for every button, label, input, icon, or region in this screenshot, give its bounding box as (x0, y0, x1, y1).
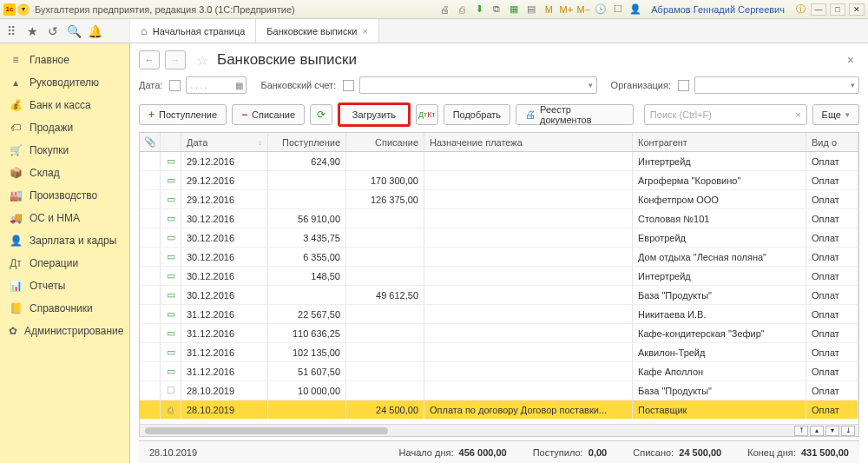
tab-home[interactable]: ⌂ Начальная страница (130, 19, 256, 43)
pick-button[interactable]: Подобрать (444, 104, 510, 125)
window-list-icon[interactable]: ☐ (611, 3, 625, 17)
refresh-button[interactable]: ⟳ (310, 104, 332, 125)
sidebar-item-label: Покупки (30, 144, 69, 156)
sidebar-item-8[interactable]: 👤Зарплата и кадры (0, 229, 129, 252)
close-page-icon[interactable]: × (847, 53, 854, 67)
table-row[interactable]: ▭31.12.201651 607,50Кафе АполлонОплат (140, 362, 858, 381)
sidebar-item-5[interactable]: 📦Склад (0, 162, 129, 184)
doc-status-icon: ▭ (161, 267, 181, 285)
star-icon[interactable]: ☆ (196, 52, 208, 69)
content: ← → ☆ Банковские выписки × Дата: . . . .… (130, 43, 868, 463)
table-row[interactable]: ☐28.10.201910 000,00База "Продукты"Оплат (140, 381, 858, 400)
scroll-top-button[interactable]: ⤒ (794, 426, 808, 436)
table-row[interactable]: ▭29.12.2016624,90ИнтертрейдОплат (140, 152, 858, 171)
table-row[interactable]: ▭29.12.2016126 375,00Конфетпром ООООплат (140, 190, 858, 209)
table-row[interactable]: ▭31.12.2016110 636,25Кафе-кондитерская "… (140, 324, 858, 343)
table-row[interactable]: ▭30.12.201656 910,00Столовая №101Оплат (140, 209, 858, 228)
writeoff-button[interactable]: − Списание (232, 104, 305, 125)
grid-body[interactable]: ▭29.12.2016624,90ИнтертрейдОплат▭29.12.2… (140, 152, 858, 424)
history-icon[interactable]: ↺ (45, 23, 61, 39)
sidebar-item-11[interactable]: 📒Справочники (0, 297, 129, 320)
mminus-button[interactable]: M− (576, 3, 590, 17)
cell-contragent: Интертрейд (633, 267, 806, 285)
account-filter-combo[interactable] (359, 76, 596, 94)
table-row[interactable]: ⎙28.10.201924 500,00Оплата по договору Д… (140, 400, 858, 420)
sidebar-item-12[interactable]: ✿Администрирование (0, 320, 129, 342)
col-writeoff[interactable]: Списание (346, 133, 424, 151)
table-row[interactable]: ▭29.12.2016170 300,00Агроферма "Коровино… (140, 171, 858, 190)
sidebar-item-4[interactable]: 🛒Покупки (0, 139, 129, 162)
cell-date: 31.12.2016 (181, 343, 268, 361)
tab-bank-statements[interactable]: Банковские выписки × (256, 19, 379, 43)
page-tabs: ⌂ Начальная страница Банковские выписки … (130, 19, 379, 43)
date-filter-input[interactable]: . . . . (186, 76, 247, 94)
cell-purpose (424, 267, 633, 285)
scroll-bottom-button[interactable]: ⤓ (841, 426, 855, 436)
save-icon[interactable]: ⬇ (472, 3, 486, 17)
calculator-icon[interactable]: ▤ (524, 3, 538, 17)
sidebar-item-10[interactable]: 📊Отчеты (0, 274, 129, 297)
search-input[interactable]: Поиск (Ctrl+F) × (644, 104, 807, 125)
table-row[interactable]: ▭31.12.201622 567,50Никитаева И.В.Оплат (140, 305, 858, 324)
mplus-button[interactable]: M+ (559, 3, 573, 17)
table-row[interactable]: ▭30.12.20163 435,75ЕвротрейдОплат (140, 228, 858, 248)
dtkt-button[interactable]: ДтКт (416, 104, 438, 125)
cell-receipt: 22 567,50 (268, 305, 346, 323)
load-button[interactable]: Загрузить (338, 103, 411, 127)
status-out-label: Списано: (633, 447, 674, 458)
receipt-button[interactable]: + Поступление (139, 104, 227, 125)
registry-button[interactable]: 🖨 Реестр документов (516, 104, 634, 125)
sidebar-item-3[interactable]: 🏷Продажи (0, 116, 129, 139)
table-row[interactable]: ▭31.12.2016102 135,00Аквилон-ТрейдОплат (140, 343, 858, 362)
horizontal-scrollbar[interactable]: ⤒ ▴ ▾ ⤓ (140, 424, 858, 436)
topbar: ⠿ ★ ↺ 🔍 🔔 ⌂ Начальная страница Банковски… (0, 19, 868, 43)
maximize-button[interactable]: □ (830, 3, 845, 16)
bell-icon[interactable]: 🔔 (87, 23, 102, 39)
calendar-icon[interactable]: ▦ (507, 3, 521, 17)
col-icon[interactable] (161, 133, 181, 151)
apps-icon[interactable]: ⠿ (3, 23, 19, 39)
sidebar-item-9[interactable]: ДтОперации (0, 252, 129, 274)
col-contragent[interactable]: Контрагент (633, 133, 806, 151)
col-attachment[interactable]: 📎 (140, 133, 161, 151)
more-button[interactable]: Еще ▾ (812, 104, 859, 125)
minimize-button[interactable]: — (811, 3, 826, 16)
close-tab-icon[interactable]: × (362, 26, 367, 36)
clock-icon[interactable]: 🕓 (594, 3, 608, 17)
clear-search-icon[interactable]: × (795, 109, 800, 120)
m-button[interactable]: M (542, 3, 556, 17)
compare-icon[interactable]: ⧉ (490, 3, 503, 17)
table-row[interactable]: ▭30.12.201649 612,50База "Продукты"Оплат (140, 286, 858, 305)
search-icon[interactable]: 🔍 (66, 23, 82, 39)
doc-status-icon: ☐ (161, 381, 181, 400)
cell-writeoff (346, 305, 424, 323)
user-name[interactable]: Абрамов Геннадий Сергеевич (651, 4, 785, 15)
cell-purpose (424, 190, 633, 208)
sidebar-item-0[interactable]: ≡Главное (0, 49, 129, 71)
printer-icon[interactable]: ⎙ (455, 3, 469, 17)
org-filter-combo[interactable] (694, 76, 859, 94)
col-purpose[interactable]: Назначение платежа (424, 133, 633, 151)
scroll-up-button[interactable]: ▴ (810, 426, 824, 436)
date-filter-checkbox[interactable] (169, 80, 181, 91)
sidebar-item-6[interactable]: 🏭Производство (0, 184, 129, 207)
print-icon[interactable]: 🖨 (437, 3, 451, 17)
sidebar-item-7[interactable]: 🚚ОС и НМА (0, 207, 129, 229)
table-row[interactable]: ▭30.12.2016148,50ИнтертрейдОплат (140, 267, 858, 286)
col-receipt[interactable]: Поступление (268, 133, 346, 151)
scrollbar-thumb[interactable] (145, 427, 388, 434)
col-type[interactable]: Вид о (806, 133, 858, 151)
sidebar-item-2[interactable]: 💰Банк и касса (0, 94, 129, 116)
close-window-button[interactable]: ✕ (849, 3, 865, 16)
sidebar-item-1[interactable]: ▴Руководителю (0, 71, 129, 94)
nav-back-button[interactable]: ← (139, 50, 160, 69)
app-menu-dropdown-icon[interactable]: ▾ (17, 3, 30, 16)
org-filter-checkbox[interactable] (678, 80, 689, 91)
account-filter-checkbox[interactable] (343, 80, 354, 91)
scroll-down-button[interactable]: ▾ (825, 426, 839, 436)
favorite-icon[interactable]: ★ (24, 23, 40, 39)
nav-forward-button[interactable]: → (165, 50, 186, 69)
col-date[interactable]: Дата↓ (181, 133, 268, 151)
table-row[interactable]: ▭30.12.20166 355,00Дом отдыха "Лесная по… (140, 248, 858, 267)
info-icon[interactable]: ⓘ (793, 3, 807, 17)
